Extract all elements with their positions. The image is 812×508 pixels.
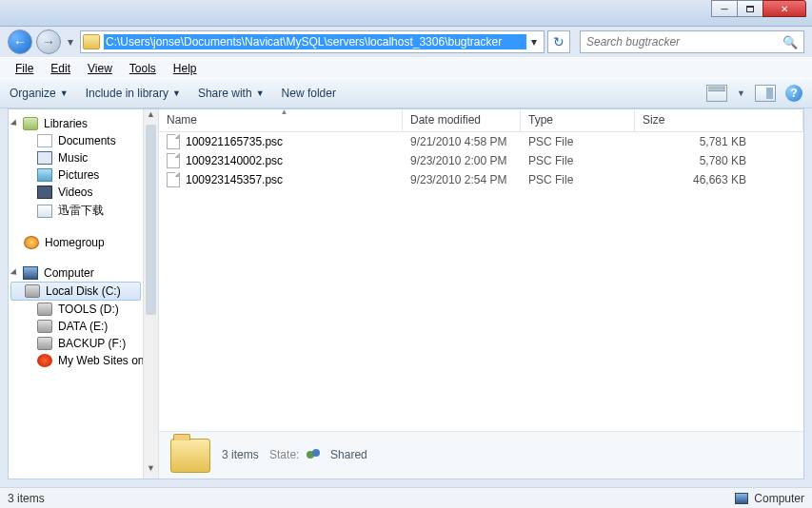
minimize-button[interactable]: ─ xyxy=(711,0,738,17)
history-dropdown[interactable]: ▾ xyxy=(65,35,76,49)
sidebar-scrollbar[interactable]: ▲▼ xyxy=(143,109,158,479)
preview-pane-button[interactable] xyxy=(755,85,776,102)
close-button[interactable]: ✕ xyxy=(762,0,806,17)
file-list: 100921165735.psc 9/21/2010 4:58 PM PSC F… xyxy=(159,132,803,431)
sidebar-disk-c[interactable]: Local Disk (C:) xyxy=(10,282,141,301)
back-button[interactable]: ← xyxy=(8,29,32,54)
column-headers: Name▲ Date modified Type Size xyxy=(159,109,803,132)
file-row[interactable]: 100921165735.psc 9/21/2010 4:58 PM PSC F… xyxy=(159,132,803,151)
sidebar-pictures[interactable]: Pictures xyxy=(9,166,158,184)
view-options-button[interactable] xyxy=(706,85,727,102)
menu-edit[interactable]: Edit xyxy=(43,60,78,77)
address-dropdown[interactable]: ▾ xyxy=(526,35,542,49)
main-area: Libraries Documents Music Pictures Video… xyxy=(8,108,804,479)
sidebar-videos[interactable]: Videos xyxy=(9,184,158,201)
computer-icon xyxy=(735,493,748,504)
file-icon xyxy=(167,153,180,168)
new-folder-button[interactable]: New folder xyxy=(282,87,336,100)
state-value: Shared xyxy=(330,448,367,461)
item-count: 3 items xyxy=(222,448,259,461)
toolbar: Organize ▼ Include in library ▼ Share wi… xyxy=(0,78,812,108)
file-icon xyxy=(167,134,180,149)
status-bar: 3 items Computer xyxy=(0,487,812,508)
share-with-button[interactable]: Share with ▼ xyxy=(198,87,265,100)
menu-help[interactable]: Help xyxy=(166,60,205,77)
menu-file[interactable]: File xyxy=(8,60,41,77)
search-icon: 🔍 xyxy=(782,35,798,49)
sidebar-homegroup[interactable]: Homegroup xyxy=(9,234,158,251)
col-date[interactable]: Date modified xyxy=(403,109,521,131)
details-pane: 3 items State: Shared xyxy=(159,431,803,479)
folder-icon xyxy=(83,34,100,49)
include-library-button[interactable]: Include in library ▼ xyxy=(86,87,181,100)
forward-button[interactable]: → xyxy=(36,29,61,54)
sidebar-disk-d[interactable]: TOOLS (D:) xyxy=(9,301,158,318)
view-dropdown[interactable]: ▼ xyxy=(737,88,745,98)
file-row[interactable]: 100923145357.psc 9/23/2010 2:54 PM PSC F… xyxy=(159,170,803,189)
maximize-button[interactable] xyxy=(737,0,763,17)
refresh-button[interactable]: ↻ xyxy=(547,30,570,53)
menu-view[interactable]: View xyxy=(80,60,120,77)
sidebar-documents[interactable]: Documents xyxy=(9,132,158,149)
sidebar-libraries[interactable]: Libraries xyxy=(9,115,158,132)
address-bar[interactable]: C:\Users\jonse\Documents\Navicat\MySQL\s… xyxy=(80,30,545,53)
address-path[interactable]: C:\Users\jonse\Documents\Navicat\MySQL\s… xyxy=(104,34,526,49)
status-item-count: 3 items xyxy=(8,492,45,505)
file-row[interactable]: 100923140002.psc 9/23/2010 2:00 PM PSC F… xyxy=(159,151,803,170)
search-box[interactable]: 🔍 xyxy=(580,30,804,53)
nav-bar: ← → ▾ C:\Users\jonse\Documents\Navicat\M… xyxy=(0,27,812,57)
col-type[interactable]: Type xyxy=(521,109,635,131)
folder-large-icon xyxy=(170,439,210,473)
titlebar: ─ ✕ xyxy=(0,0,812,27)
sidebar-music[interactable]: Music xyxy=(9,149,158,166)
shared-icon xyxy=(307,449,324,462)
col-size[interactable]: Size xyxy=(635,109,803,131)
col-name[interactable]: Name▲ xyxy=(159,109,403,131)
search-input[interactable] xyxy=(586,35,782,49)
sidebar-disk-e[interactable]: DATA (E:) xyxy=(9,318,158,335)
sidebar-web-sites[interactable]: My Web Sites on xyxy=(9,352,158,369)
file-icon xyxy=(167,172,180,187)
state-label: State: xyxy=(269,448,299,461)
menu-bar: File Edit View Tools Help xyxy=(0,57,812,78)
organize-button[interactable]: Organize ▼ xyxy=(10,87,69,100)
status-location: Computer xyxy=(754,492,804,505)
help-icon[interactable]: ? xyxy=(785,85,802,102)
navigation-pane: Libraries Documents Music Pictures Video… xyxy=(9,109,159,479)
sidebar-computer[interactable]: Computer xyxy=(9,264,158,282)
menu-tools[interactable]: Tools xyxy=(122,60,164,77)
sidebar-disk-f[interactable]: BACKUP (F:) xyxy=(9,335,158,352)
sidebar-xunlei[interactable]: 迅雷下载 xyxy=(9,201,158,221)
